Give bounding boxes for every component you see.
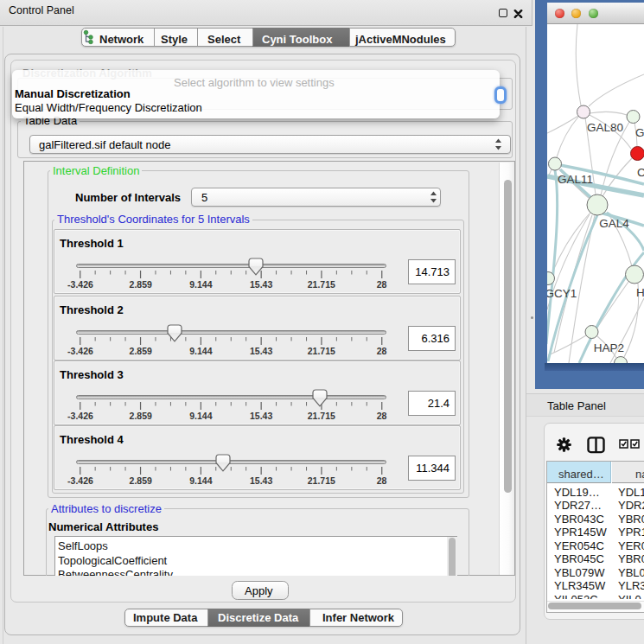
svg-text:GAL: GAL <box>635 126 644 139</box>
svg-text:HIS: HIS <box>636 286 644 299</box>
svg-text:GAL4: GAL4 <box>599 217 629 230</box>
svg-text:GCY1: GCY1 <box>547 287 577 300</box>
svg-text:HAP2: HAP2 <box>594 341 624 354</box>
svg-text:GAL11: GAL11 <box>558 173 593 186</box>
svg-text:CD: CD <box>637 166 644 179</box>
svg-text:GAL80: GAL80 <box>587 121 623 134</box>
